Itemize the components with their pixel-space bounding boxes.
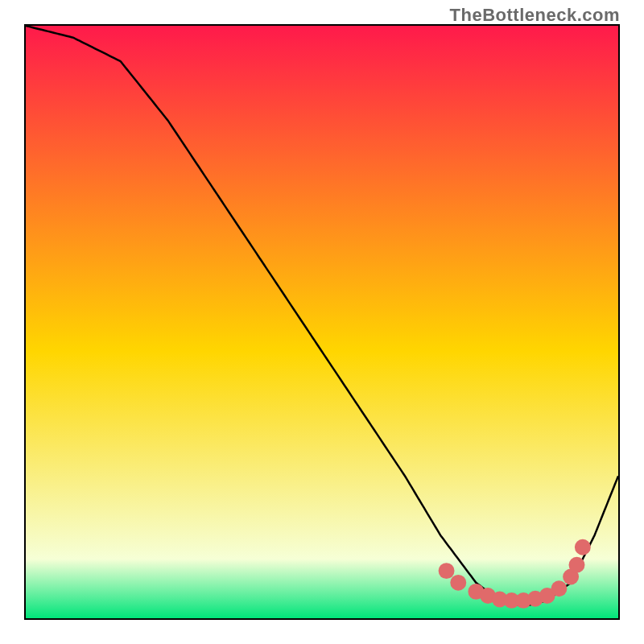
gradient-background <box>26 26 618 618</box>
plot-area <box>24 24 620 620</box>
watermark-text: TheBottleneck.com <box>450 5 620 26</box>
chart-stage: TheBottleneck.com <box>0 0 644 644</box>
gradient-rect <box>26 26 618 618</box>
